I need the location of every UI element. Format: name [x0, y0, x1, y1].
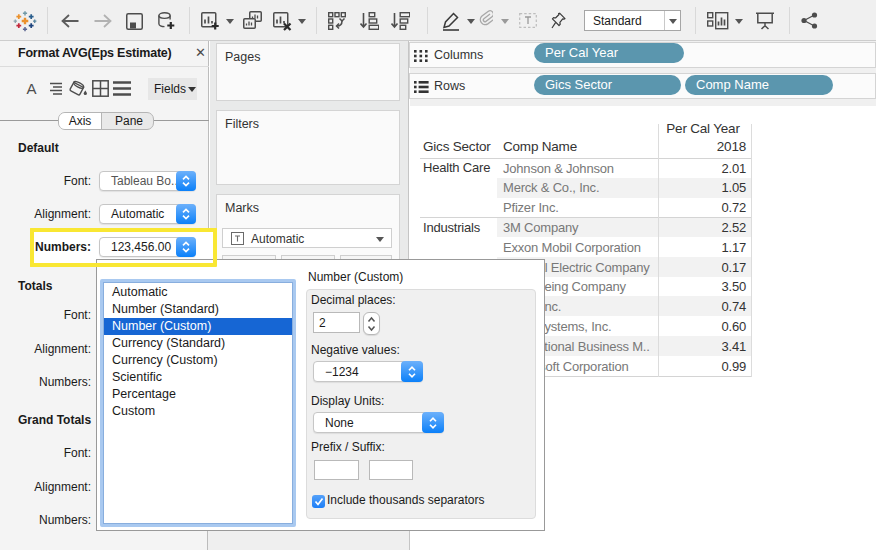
svg-text:A: A — [26, 81, 36, 96]
